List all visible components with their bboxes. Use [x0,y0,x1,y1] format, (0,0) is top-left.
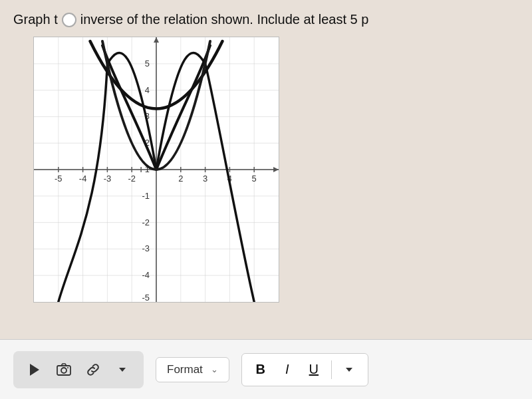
camera-button[interactable] [52,358,76,382]
underline-button[interactable]: U [302,358,326,382]
camera-icon [57,362,71,377]
svg-text:-4: -4 [142,270,150,280]
play-button[interactable] [23,358,47,382]
svg-rect-49 [57,366,70,375]
svg-text:-2: -2 [128,174,135,184]
svg-text:-5: -5 [55,174,62,184]
svg-point-51 [67,367,68,368]
chevron-down-small-icon [345,366,353,374]
formatting-divider [331,360,332,379]
link-icon [86,362,100,377]
svg-text:5: 5 [145,59,150,68]
svg-text:-2: -2 [142,217,150,227]
svg-text:4: 4 [145,85,150,95]
svg-text:-3: -3 [142,243,150,253]
play-icon [30,364,39,376]
question-text-part1: Graph t [13,12,58,27]
more-formatting-button[interactable] [337,358,361,382]
svg-text:5: 5 [252,174,257,184]
link-button[interactable] [81,358,105,382]
question-text-part2: inverse of the relation shown. Include a… [80,12,369,27]
svg-marker-53 [346,368,352,372]
svg-marker-52 [119,368,126,372]
svg-text:3: 3 [203,174,207,184]
svg-marker-48 [154,37,159,43]
graph-area: -5 -4 -3 -2 2 3 4 5 5 [33,37,279,303]
chevron-down-icon [118,365,127,374]
text-formatting-group: B I U [241,353,368,386]
bold-button[interactable]: B [249,358,273,382]
toolbar-left-group [13,351,144,388]
format-dropdown[interactable]: Format ⌄ [156,357,229,382]
svg-text:-3: -3 [104,174,111,184]
svg-text:2: 2 [178,174,183,184]
svg-marker-47 [273,167,279,172]
italic-button[interactable]: I [275,358,299,382]
svg-text:-5: -5 [142,293,150,302]
coordinate-graph: -5 -4 -3 -2 2 3 4 5 5 [34,37,279,302]
format-chevron-icon: ⌄ [211,364,218,374]
svg-text:-4: -4 [79,174,86,184]
format-label: Format [167,363,203,376]
bottom-toolbar: Format ⌄ B I U [0,339,532,399]
image-placeholder-icon [62,13,76,27]
svg-text:-1: -1 [142,191,150,201]
more-button[interactable] [110,358,134,382]
svg-point-50 [61,368,66,373]
